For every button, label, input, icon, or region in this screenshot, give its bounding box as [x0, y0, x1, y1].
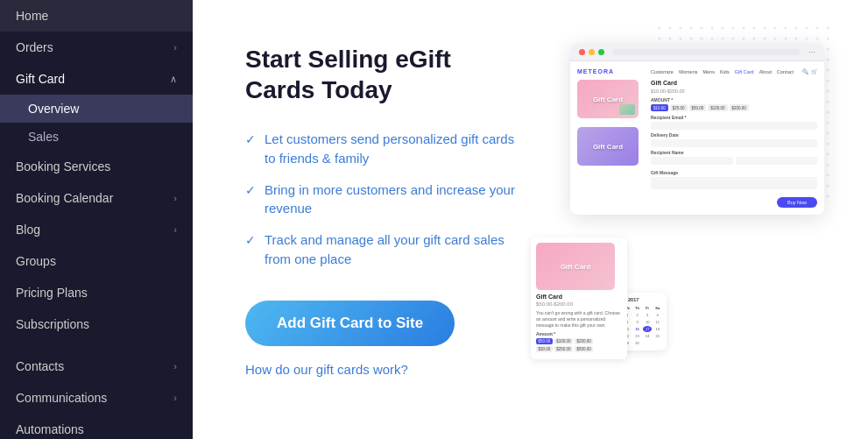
- mock-url-bar: [613, 49, 800, 55]
- mock-nav-customize: Customize: [651, 69, 674, 74]
- mock-nav-contact: Contact: [777, 69, 794, 74]
- mock-browser-content: METEORA Customize Womens Mens Kids Gift …: [570, 61, 824, 215]
- mini-card-desc: You can't go wrong with a gift card. Cho…: [536, 310, 622, 329]
- chevron-right-icon: ›: [173, 193, 177, 203]
- mock-search-icon: 🔍: [802, 68, 808, 74]
- sidebar-item-subscriptions[interactable]: Subscriptions: [0, 308, 193, 340]
- sidebar-item-label: Groups: [16, 254, 56, 268]
- mock-amt-10: $10.00: [651, 104, 668, 111]
- sidebar-item-groups[interactable]: Groups: [0, 245, 193, 277]
- sidebar-item-label: Automations: [16, 422, 84, 436]
- mock-delivery-input: [651, 139, 817, 147]
- cal-fri: Fr: [643, 305, 653, 311]
- mock-card-images: Gift Card Gift Card: [577, 80, 639, 166]
- mock-amount-row: $10.00 $25.00 $50.00 $100.00 $200.00: [651, 104, 817, 111]
- mock-panel-title: Gift Card: [651, 80, 817, 86]
- mock-nav-mens: Mens: [702, 69, 714, 74]
- mock-lname-input: [736, 157, 818, 165]
- mock-cart-icon: 🛒: [811, 68, 817, 74]
- mock-gift-card-purple: Gift Card: [577, 127, 639, 166]
- chevron-right-icon: ›: [173, 42, 177, 53]
- mini-card-title: Gift Card: [536, 294, 622, 300]
- mock-name-row: [651, 157, 817, 167]
- sidebar-item-label: Communications: [16, 391, 107, 405]
- mock-card-deco: [619, 104, 635, 115]
- mini-amount-label: Amount *: [536, 331, 622, 336]
- check-icon-2: ✓: [245, 181, 256, 199]
- mock-nav-kids: Kids: [720, 69, 730, 74]
- sidebar-item-booking-calendar[interactable]: Booking Calendar ›: [0, 182, 193, 214]
- add-gift-card-button[interactable]: Add Gift Card to Site: [245, 301, 455, 346]
- mock-content-area: Gift Card Gift Card Gift Card $10.00-$20…: [577, 80, 817, 208]
- sidebar-item-automations[interactable]: Automations: [0, 414, 193, 439]
- page-title: Start Selling eGift Cards Today: [245, 44, 526, 105]
- sidebar-item-label: Home: [16, 9, 48, 23]
- sidebar-subitem-label: Sales: [28, 130, 59, 144]
- sidebar-subitem-sales[interactable]: Sales: [0, 123, 193, 151]
- mock-nav-womens: Womens: [679, 69, 698, 74]
- mock-message-label: Gift Message: [651, 170, 817, 175]
- feature-text-2: Bring in more customers and increase you…: [265, 181, 526, 219]
- chevron-up-icon: ∧: [170, 74, 177, 85]
- sidebar-subitem-overview[interactable]: Overview: [0, 95, 193, 123]
- sidebar-item-label: Orders: [16, 40, 53, 54]
- mock-delivery-label: Delivery Date: [651, 132, 817, 138]
- mini-card-price: $50.00-$200.00: [536, 301, 622, 307]
- mini-amt-25000: $250.00: [554, 346, 573, 352]
- mock-nav-about: About: [759, 69, 772, 74]
- sidebar-item-label: Subscriptions: [16, 317, 89, 331]
- mock-browser: ⋯ METEORA Customize Womens Mens Kids Gif…: [570, 44, 824, 215]
- mock-nav-icons: 🔍 🛒: [802, 68, 817, 74]
- content-right: ⋯ METEORA Customize Womens Mens Kids Gif…: [544, 44, 824, 377]
- mock-buy-button: Buy Now: [777, 197, 817, 208]
- mini-amount-row: $50.00 $100.00 $200.00: [536, 338, 622, 344]
- sidebar-item-orders[interactable]: Orders ›: [0, 32, 193, 63]
- mock-email-input: [651, 122, 817, 130]
- features-list: ✓ Let customers send personalized gift c…: [245, 130, 526, 269]
- how-it-works-link[interactable]: How do our gift cards work?: [245, 362, 526, 377]
- sidebar-item-label: Booking Services: [16, 159, 110, 173]
- feature-item-2: ✓ Bring in more customers and increase y…: [245, 181, 526, 219]
- mock-buy-btn-container: Buy Now: [651, 194, 817, 208]
- mock-amt-200: $200.00: [730, 104, 749, 111]
- sidebar-item-booking-services[interactable]: Booking Services: [0, 151, 193, 182]
- sidebar-item-pricing-plans[interactable]: Pricing Plans: [0, 277, 193, 308]
- check-icon-1: ✓: [245, 131, 256, 148]
- sidebar-item-communications[interactable]: Communications ›: [0, 382, 193, 414]
- feature-item-1: ✓ Let customers send personalized gift c…: [245, 130, 526, 168]
- content-left: Start Selling eGift Cards Today ✓ Let cu…: [245, 44, 526, 377]
- feature-text-3: Track and manage all your gift card sale…: [265, 230, 526, 269]
- sidebar-item-label: Contacts: [16, 359, 64, 373]
- main-content: Start Selling eGift Cards Today ✓ Let cu…: [193, 0, 868, 439]
- sidebar: Home Orders › Gift Card ∧ Overview Sales…: [0, 0, 193, 439]
- mock-card-label-2: Gift Card: [593, 143, 623, 151]
- sidebar-item-label: Blog: [16, 223, 40, 237]
- chevron-right-icon: ›: [173, 393, 177, 403]
- mock-price-range: $10.00-$200.00: [651, 89, 817, 94]
- sidebar-item-label: Gift Card: [16, 72, 65, 86]
- sidebar-item-home[interactable]: Home: [0, 0, 193, 32]
- mock-nav: METEORA Customize Womens Mens Kids Gift …: [577, 68, 817, 74]
- cal-thu: Th: [632, 305, 642, 311]
- mock-message-input: [651, 177, 817, 189]
- chevron-right-icon: ›: [173, 361, 177, 372]
- sidebar-item-blog[interactable]: Blog ›: [0, 214, 193, 245]
- sidebar-subitem-label: Overview: [28, 102, 79, 116]
- mini-amt-20000: $200.00: [575, 338, 593, 344]
- mock-dot-yellow: [589, 49, 595, 55]
- mock-recipient-email-label: Recipient Email *: [651, 115, 817, 120]
- mock-gift-card-pink: Gift Card: [577, 80, 639, 118]
- mock-recipient-name-label: Recipient Name: [651, 150, 817, 155]
- mini-card-image: Gift Card: [536, 243, 615, 290]
- check-icon-3: ✓: [245, 231, 256, 249]
- mini-card-container: Gift Card Gift Card $50.00-$200.00 You c…: [531, 237, 627, 359]
- mock-dot-red: [579, 49, 585, 55]
- mock-amt-50: $50.00: [689, 104, 707, 111]
- sidebar-item-gift-card[interactable]: Gift Card ∧: [0, 63, 193, 95]
- mock-nav-giftcard: Gift Card: [735, 69, 754, 74]
- mini-amt-50000: $500.00: [575, 346, 593, 352]
- mini-amt-10000: $100.00: [554, 338, 573, 344]
- sidebar-item-contacts[interactable]: Contacts ›: [0, 350, 193, 382]
- mini-amt-3000: $30.00: [536, 346, 553, 352]
- mini-card-label: Gift Card: [561, 263, 590, 271]
